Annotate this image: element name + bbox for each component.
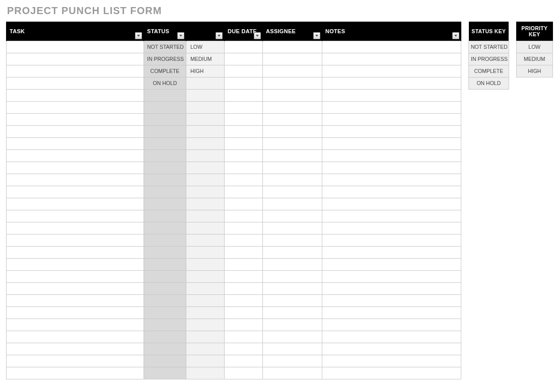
due-date-cell[interactable] <box>225 137 263 149</box>
assignee-cell[interactable] <box>263 258 322 270</box>
task-cell[interactable] <box>7 53 144 65</box>
task-cell[interactable] <box>7 234 144 246</box>
priority-cell[interactable] <box>186 186 225 198</box>
assignee-cell[interactable] <box>263 41 322 53</box>
notes-cell[interactable] <box>322 53 461 65</box>
notes-cell[interactable] <box>322 222 461 234</box>
status-cell[interactable] <box>144 270 186 282</box>
task-cell[interactable] <box>7 174 144 186</box>
notes-cell[interactable] <box>322 210 461 222</box>
notes-cell[interactable] <box>322 294 461 306</box>
assignee-cell[interactable] <box>263 246 322 258</box>
due-date-cell[interactable] <box>225 210 263 222</box>
status-cell[interactable] <box>144 355 186 367</box>
assignee-cell[interactable] <box>263 210 322 222</box>
priority-cell[interactable] <box>186 222 225 234</box>
task-cell[interactable] <box>7 319 144 331</box>
status-cell[interactable] <box>144 319 186 331</box>
filter-task-icon[interactable] <box>135 32 142 39</box>
due-date-cell[interactable] <box>225 355 263 367</box>
priority-cell[interactable] <box>186 343 225 355</box>
priority-cell[interactable] <box>186 331 225 343</box>
task-cell[interactable] <box>7 77 144 89</box>
status-cell[interactable] <box>144 210 186 222</box>
assignee-cell[interactable] <box>263 282 322 294</box>
due-date-cell[interactable] <box>225 234 263 246</box>
notes-cell[interactable] <box>322 149 461 162</box>
task-cell[interactable] <box>7 125 144 137</box>
assignee-cell[interactable] <box>263 89 322 101</box>
notes-cell[interactable] <box>322 125 461 137</box>
status-cell[interactable] <box>144 234 186 246</box>
notes-cell[interactable] <box>322 270 461 282</box>
assignee-cell[interactable] <box>263 174 322 186</box>
task-cell[interactable] <box>7 198 144 210</box>
due-date-cell[interactable] <box>225 282 263 294</box>
due-date-cell[interactable] <box>225 125 263 137</box>
assignee-cell[interactable] <box>263 294 322 306</box>
task-cell[interactable] <box>7 113 144 125</box>
status-cell[interactable] <box>144 331 186 343</box>
task-cell[interactable] <box>7 101 144 113</box>
status-cell[interactable]: COMPLETE <box>144 65 186 77</box>
status-cell[interactable] <box>144 149 186 162</box>
notes-cell[interactable] <box>322 319 461 331</box>
filter-assignee-icon[interactable] <box>313 32 320 39</box>
filter-due-date-icon[interactable] <box>254 32 261 39</box>
due-date-cell[interactable] <box>225 113 263 125</box>
task-cell[interactable] <box>7 210 144 222</box>
status-cell[interactable]: ON HOLD <box>144 77 186 89</box>
priority-cell[interactable] <box>186 77 225 89</box>
notes-cell[interactable] <box>322 89 461 101</box>
due-date-cell[interactable] <box>225 222 263 234</box>
task-cell[interactable] <box>7 294 144 306</box>
status-cell[interactable]: NOT STARTED <box>144 41 186 53</box>
assignee-cell[interactable] <box>263 65 322 77</box>
status-cell[interactable] <box>144 162 186 174</box>
status-cell[interactable] <box>144 246 186 258</box>
notes-cell[interactable] <box>322 246 461 258</box>
task-cell[interactable] <box>7 41 144 53</box>
due-date-cell[interactable] <box>225 41 263 53</box>
task-cell[interactable] <box>7 306 144 319</box>
due-date-cell[interactable] <box>225 77 263 89</box>
filter-priority-icon[interactable] <box>216 32 223 39</box>
priority-cell[interactable] <box>186 113 225 125</box>
assignee-cell[interactable] <box>263 77 322 89</box>
task-cell[interactable] <box>7 162 144 174</box>
assignee-cell[interactable] <box>263 162 322 174</box>
task-cell[interactable] <box>7 65 144 77</box>
priority-cell[interactable]: HIGH <box>186 65 225 77</box>
filter-notes-icon[interactable] <box>452 32 459 39</box>
assignee-cell[interactable] <box>263 198 322 210</box>
notes-cell[interactable] <box>322 258 461 270</box>
status-cell[interactable] <box>144 89 186 101</box>
priority-cell[interactable] <box>186 282 225 294</box>
priority-cell[interactable] <box>186 101 225 113</box>
priority-cell[interactable] <box>186 367 225 379</box>
status-cell[interactable] <box>144 101 186 113</box>
notes-cell[interactable] <box>322 137 461 149</box>
assignee-cell[interactable] <box>263 355 322 367</box>
due-date-cell[interactable] <box>225 270 263 282</box>
priority-cell[interactable] <box>186 270 225 282</box>
priority-cell[interactable] <box>186 174 225 186</box>
status-cell[interactable] <box>144 222 186 234</box>
assignee-cell[interactable] <box>263 186 322 198</box>
task-cell[interactable] <box>7 355 144 367</box>
task-cell[interactable] <box>7 258 144 270</box>
notes-cell[interactable] <box>322 186 461 198</box>
notes-cell[interactable] <box>322 77 461 89</box>
task-cell[interactable] <box>7 331 144 343</box>
due-date-cell[interactable] <box>225 246 263 258</box>
status-cell[interactable] <box>144 367 186 379</box>
due-date-cell[interactable] <box>225 306 263 319</box>
status-cell[interactable] <box>144 282 186 294</box>
assignee-cell[interactable] <box>263 319 322 331</box>
notes-cell[interactable] <box>322 306 461 319</box>
notes-cell[interactable] <box>322 355 461 367</box>
assignee-cell[interactable] <box>263 234 322 246</box>
task-cell[interactable] <box>7 246 144 258</box>
due-date-cell[interactable] <box>225 149 263 162</box>
notes-cell[interactable] <box>322 367 461 379</box>
